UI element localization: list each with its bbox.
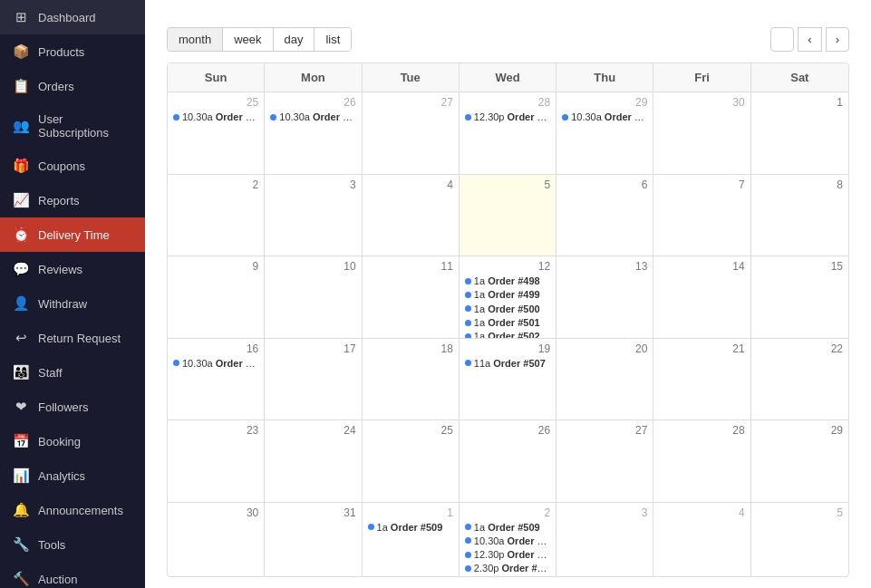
calendar-day[interactable]: 8 — [751, 175, 848, 256]
sidebar-item-user-subscriptions[interactable]: 👥User Subscriptions — [0, 103, 145, 149]
calendar-event[interactable]: 2.30p Order #496 — [465, 562, 550, 574]
sidebar-item-announcements[interactable]: 🔔Announcements — [0, 493, 145, 527]
view-day-button[interactable]: day — [274, 28, 315, 51]
calendar-day[interactable]: 20 — [556, 339, 653, 420]
calendar-day[interactable]: 6 — [556, 175, 653, 256]
calendar-day[interactable]: 30 — [653, 92, 750, 174]
calendar-event[interactable]: 1a Order #509 — [465, 521, 550, 534]
event-dot-icon — [465, 537, 471, 544]
calendar-day[interactable]: 7 — [653, 175, 750, 256]
sidebar-item-delivery-time[interactable]: ⏰Delivery Time — [0, 217, 145, 252]
calendar-day[interactable]: 2910.30a Order #405 — [556, 92, 653, 174]
calendar-day[interactable]: 31 — [265, 503, 362, 578]
calendar-event[interactable]: 1a Order #500 — [465, 303, 550, 315]
coupons-icon: 🎁 — [13, 158, 29, 174]
calendar-event[interactable]: 10.30a Order #475 — [270, 111, 355, 123]
calendar-day[interactable]: 2510.30a Order #478 — [168, 92, 265, 174]
calendar-day[interactable]: 10 — [265, 256, 362, 338]
day-number: 3 — [562, 506, 647, 519]
sidebar-item-tools[interactable]: 🔧Tools — [0, 527, 145, 562]
calendar-day[interactable]: 27 — [363, 92, 460, 174]
day-number: 5 — [465, 178, 550, 191]
view-list-button[interactable]: list — [315, 28, 351, 51]
calendar-day[interactable]: 25 — [363, 420, 460, 502]
calendar-day[interactable]: 27 — [556, 420, 653, 502]
calendar-event[interactable]: 10.30a Order #494 — [465, 535, 550, 547]
calendar-day[interactable]: 30 — [168, 503, 265, 578]
sidebar-item-auction[interactable]: 🔨Auction — [0, 562, 145, 588]
sidebar-item-return-request[interactable]: ↩Return Request — [0, 321, 145, 355]
sidebar-item-reports[interactable]: 📈Reports — [0, 183, 145, 217]
calendar-event[interactable]: 10.30a Order #478 — [173, 111, 258, 123]
calendar-event[interactable]: 11a Order #507 — [465, 357, 550, 370]
calendar-day[interactable]: 3 — [265, 175, 362, 256]
calendar-event[interactable]: 10.30a Order #497 — [173, 357, 258, 370]
event-dot-icon — [173, 114, 179, 120]
sidebar-label-coupons: Coupons — [38, 159, 132, 173]
calendar-event[interactable]: 1a Order #502 — [465, 330, 550, 337]
calendar-day[interactable]: 28 — [653, 420, 750, 502]
calendar-day[interactable]: 29 — [751, 420, 848, 502]
view-month-button[interactable]: month — [168, 28, 223, 51]
calendar-day[interactable]: 14 — [653, 256, 750, 338]
next-month-button[interactable]: › — [826, 27, 849, 52]
calendar-event[interactable]: 12.30p Order #495 — [465, 548, 550, 561]
calendar-day[interactable]: 5 — [460, 175, 556, 256]
sidebar-item-analytics[interactable]: 📊Analytics — [0, 458, 145, 493]
calendar-day[interactable]: 11 — [363, 256, 460, 338]
calendar-day[interactable]: 5 — [751, 503, 848, 578]
calendar-day[interactable]: 3 — [556, 503, 653, 578]
sidebar-item-booking[interactable]: 📅Booking — [0, 424, 145, 458]
calendar-day[interactable]: 21 — [653, 339, 750, 420]
sidebar-item-orders[interactable]: 📋Orders — [0, 69, 145, 103]
tools-icon: 🔧 — [13, 536, 29, 553]
calendar-week-3: 1610.30a Order #49717181911a Order #5072… — [168, 339, 848, 421]
sidebar-item-followers[interactable]: ❤Followers — [0, 390, 145, 424]
calendar-event[interactable]: 1a Order #509 — [368, 521, 453, 534]
calendar-day[interactable]: 1911a Order #507 — [460, 339, 556, 420]
calendar-day[interactable]: 4 — [653, 503, 750, 578]
sidebar-item-reviews[interactable]: 💬Reviews — [0, 252, 145, 286]
calendar-toolbar: month week day list ‹ › — [145, 24, 871, 63]
day-number: 23 — [173, 424, 258, 437]
event-text: 1a Order #501 — [474, 316, 540, 329]
calendar-day[interactable]: 4 — [363, 175, 460, 256]
today-button[interactable] — [770, 27, 794, 52]
sidebar-label-staff: Staff — [38, 366, 132, 380]
calendar-day[interactable]: 18 — [363, 339, 460, 420]
calendar-day[interactable]: 9 — [168, 256, 265, 338]
calendar-day[interactable]: 15 — [751, 256, 848, 338]
calendar-day[interactable]: 22 — [751, 339, 848, 420]
calendar-event[interactable]: 1a Order #498 — [465, 275, 550, 287]
sidebar-item-dashboard[interactable]: ⊞Dashboard — [0, 0, 145, 34]
sidebar-item-coupons[interactable]: 🎁Coupons — [0, 149, 145, 183]
sidebar-label-analytics: Analytics — [38, 469, 132, 483]
calendar-week-2: 91011121a Order #4981a Order #4991a Orde… — [168, 256, 848, 339]
calendar-day[interactable]: 23 — [168, 420, 265, 502]
calendar-day[interactable]: 24 — [265, 420, 362, 502]
calendar-day[interactable]: 2610.30a Order #475 — [265, 92, 362, 174]
sidebar-item-withdraw[interactable]: 👤Withdraw — [0, 286, 145, 321]
calendar-day[interactable]: 1610.30a Order #497 — [168, 339, 265, 420]
day-number: 27 — [368, 96, 453, 109]
calendar-day[interactable]: 21a Order #50910.30a Order #49412.30p Or… — [460, 503, 556, 578]
calendar-event[interactable]: 1a Order #499 — [465, 288, 550, 301]
calendar-day[interactable]: 1 — [751, 92, 848, 174]
day-number: 20 — [562, 342, 647, 355]
sidebar-item-staff[interactable]: 👨‍👩‍👧Staff — [0, 355, 145, 390]
calendar-day[interactable]: 11a Order #509 — [363, 503, 460, 578]
day-number: 26 — [465, 424, 550, 437]
calendar-event[interactable]: 10.30a Order #405 — [562, 111, 647, 123]
calendar-event[interactable]: 1a Order #501 — [465, 316, 550, 329]
sidebar-item-products[interactable]: 📦Products — [0, 34, 145, 69]
calendar-day[interactable]: 17 — [265, 339, 362, 420]
day-number: 31 — [270, 506, 355, 519]
prev-month-button[interactable]: ‹ — [798, 27, 821, 52]
calendar-event[interactable]: 12.30p Order #406 — [465, 111, 550, 123]
view-week-button[interactable]: week — [223, 28, 273, 51]
calendar-day[interactable]: 2 — [168, 175, 265, 256]
calendar-day[interactable]: 2812.30p Order #406 — [460, 92, 556, 174]
calendar-day[interactable]: 13 — [556, 256, 653, 338]
calendar-day[interactable]: 26 — [460, 420, 556, 502]
calendar-day[interactable]: 121a Order #4981a Order #4991a Order #50… — [460, 256, 556, 338]
